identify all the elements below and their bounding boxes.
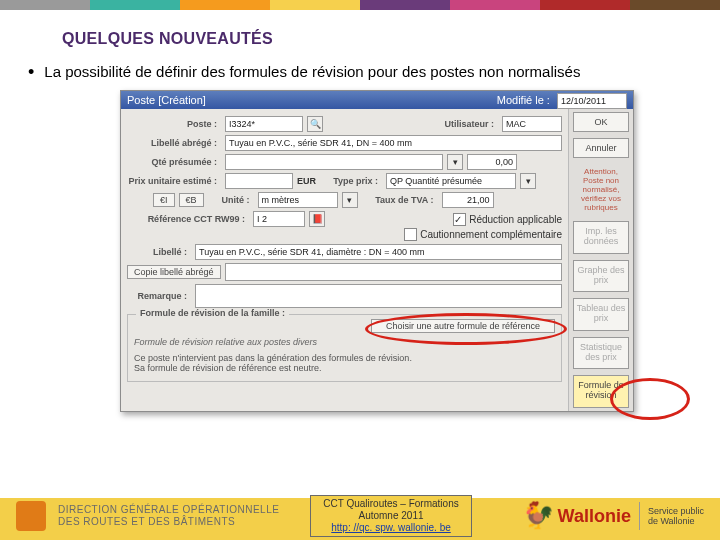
choose-formula-button[interactable]: Choisir une autre formule de référence [371, 319, 555, 333]
modified-date-field[interactable]: 12/10/2011 [557, 93, 627, 109]
qte-unit-value[interactable]: 0,00 [467, 154, 517, 170]
label-poste: Poste : [127, 119, 221, 129]
libelle-input[interactable]: Tuyau en P.V.C., série SDR 41, diamètre … [195, 244, 562, 260]
slide-title: QUELQUES NOUVEAUTÉS [62, 30, 720, 48]
label-tva: Taux de TVA : [362, 195, 438, 205]
label-user: Utilisateur : [422, 119, 498, 129]
app-window: Poste [Création] Modifié le : 12/10/2011… [120, 90, 634, 412]
ok-button[interactable]: OK [573, 112, 629, 132]
label-unite: Unité : [208, 195, 254, 205]
label-remarque: Remarque : [127, 291, 191, 301]
poste-input[interactable]: I3324* [225, 116, 303, 132]
section-title: Formule de révision de la famille : [136, 308, 289, 318]
window-title: Poste [Création] [127, 91, 206, 109]
chevron-down-icon[interactable]: ▾ [520, 173, 536, 189]
cancel-button[interactable]: Annuler [573, 138, 629, 158]
copy-libelle-button[interactable]: Copie libellé abrégé [127, 265, 221, 279]
price-table-button[interactable]: Tableau des prix [573, 298, 629, 331]
pu-input[interactable] [225, 173, 293, 189]
window-title-right: Modifié le : 12/10/2011 [497, 91, 627, 109]
footer-link[interactable]: http: //qc. spw. wallonie. be [331, 522, 451, 533]
label-libelle: Libellé : [127, 247, 191, 257]
right-button-panel: OK Annuler Attention, Poste non normalis… [568, 109, 633, 411]
dgo-logo [16, 501, 46, 531]
qte-input[interactable] [225, 154, 443, 170]
type-select[interactable]: QP Quantité présumée [386, 173, 516, 189]
section-line: Ce poste n'intervient pas dans la généra… [134, 353, 555, 363]
price-graph-button[interactable]: Graphe des prix [573, 260, 629, 293]
user-input[interactable]: MAC [502, 116, 562, 132]
spw-text: Service public de Wallonie [648, 506, 704, 526]
eur-label: EUR [297, 176, 316, 186]
wallonie-logo-text: Wallonie [558, 506, 631, 527]
rooster-icon: 🐓 [522, 500, 550, 532]
tva-input[interactable]: 21,00 [442, 192, 494, 208]
bullet-item: • La possibilité de définir des formules… [28, 62, 680, 82]
footer-center-box: CCT Qualiroutes – Formations Automne 201… [310, 495, 471, 537]
checkbox-row[interactable]: ✓Réduction applicable [453, 213, 562, 226]
ref-input[interactable]: I 2 [253, 211, 305, 227]
price-stats-button[interactable]: Statistique des prix [573, 337, 629, 370]
revision-formula-button[interactable]: Formule de révision [573, 375, 629, 408]
chevron-down-icon[interactable]: ▾ [447, 154, 463, 170]
warning-text: Attention, Poste non normalisé, vérifiez… [573, 165, 629, 214]
slide-footer: DIRECTION GÉNÉRALE OPÉRATIONNELLE DES RO… [0, 482, 720, 540]
label-qte: Qté présumée : [127, 157, 221, 167]
checkbox-reduction[interactable]: ✓ [453, 213, 466, 226]
label-pu: Prix unitaire estimé : [127, 176, 221, 186]
label-ref: Référence CCT RW99 : [127, 214, 249, 224]
chevron-down-icon[interactable]: ▾ [342, 192, 358, 208]
print-data-button[interactable]: Imp. les données [573, 221, 629, 254]
dgo-text: DIRECTION GÉNÉRALE OPÉRATIONNELLE DES RO… [58, 504, 279, 528]
section-line: Sa formule de révision de référence est … [134, 363, 555, 373]
currency-btn-2[interactable]: €B [179, 193, 204, 207]
label-type: Type prix : [320, 176, 382, 186]
label-libelle-abrege: Libellé abrégé : [127, 138, 221, 148]
checkbox-caution[interactable] [404, 228, 417, 241]
book-icon[interactable]: 📕 [309, 211, 325, 227]
bullet-text: La possibilité de définir des formules d… [44, 62, 580, 82]
embedded-screenshot: Poste [Création] Modifié le : 12/10/2011… [120, 90, 680, 412]
libelle-extra-input[interactable] [225, 263, 562, 281]
revision-section: Formule de révision de la famille : Choi… [127, 314, 562, 382]
unite-select[interactable]: m mètres [258, 192, 338, 208]
currency-btn-1[interactable]: €I [153, 193, 175, 207]
bullet-dot: • [28, 62, 34, 82]
window-titlebar: Poste [Création] Modifié le : 12/10/2011 [121, 91, 633, 109]
checkbox-row[interactable]: Cautionnement complémentaire [404, 228, 562, 241]
slide-top-colorbar [0, 0, 720, 10]
section-line: Formule de révision relative aux postes … [134, 337, 555, 347]
libelle-abrege-input[interactable]: Tuyau en P.V.C., série SDR 41, DN = 400 … [225, 135, 562, 151]
remarque-input[interactable] [195, 284, 562, 308]
search-icon[interactable]: 🔍 [307, 116, 323, 132]
